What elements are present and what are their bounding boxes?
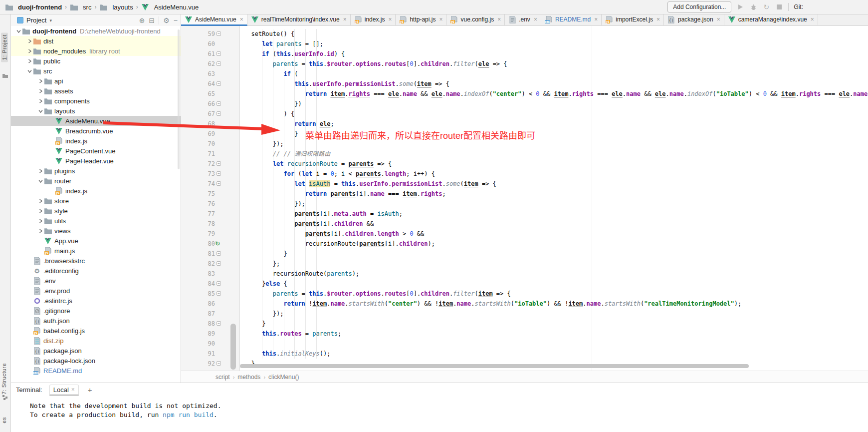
tree-item-api[interactable]: api: [11, 76, 181, 86]
tree-item-store[interactable]: store: [11, 196, 181, 206]
tree-item-assets[interactable]: assets: [11, 86, 181, 96]
tree-item-PageContent.vue[interactable]: PageContent.vue: [11, 146, 181, 156]
tree-item-style[interactable]: style: [11, 206, 181, 216]
chevron-right-icon[interactable]: [37, 207, 44, 214]
debug-icon[interactable]: [749, 3, 757, 11]
fold-marker-icon[interactable]: −: [217, 281, 221, 286]
new-terminal-icon[interactable]: +: [88, 386, 92, 394]
gutter-scrollbar-thumb[interactable]: [230, 324, 236, 370]
tree-item-dist.zip[interactable]: dist.zip: [11, 336, 181, 346]
tree-item-router[interactable]: router: [11, 176, 181, 186]
chevron-right-icon[interactable]: [37, 87, 44, 94]
chevron-right-icon[interactable]: [26, 37, 33, 44]
close-icon[interactable]: ×: [717, 16, 720, 23]
tree-item-README.md[interactable]: MDREADME.md: [11, 366, 181, 376]
fold-marker-icon[interactable]: −: [217, 261, 221, 266]
git-label[interactable]: Git:: [794, 3, 803, 10]
tree-item-layouts[interactable]: layouts: [11, 106, 181, 116]
editor-tab-package.json[interactable]: {)package.json×: [664, 14, 724, 26]
fold-marker-icon[interactable]: −: [217, 51, 221, 56]
tree-item-App.vue[interactable]: App.vue: [11, 236, 181, 246]
editor-tab-index.js[interactable]: JSindex.js×: [351, 14, 396, 26]
chevron-down-icon[interactable]: ▾: [49, 18, 52, 23]
fold-marker-icon[interactable]: −: [217, 81, 221, 86]
fold-marker-icon[interactable]: −: [217, 361, 221, 366]
close-icon[interactable]: ×: [343, 16, 347, 23]
chevron-right-icon[interactable]: [37, 167, 44, 174]
project-panel-title[interactable]: Project: [26, 16, 46, 24]
fold-marker-icon[interactable]: −: [217, 161, 221, 166]
close-icon[interactable]: ×: [439, 16, 442, 23]
fold-marker-icon[interactable]: −: [217, 251, 221, 256]
structure-icon[interactable]: [2, 395, 7, 400]
close-icon[interactable]: ×: [388, 16, 392, 23]
tree-item-AsideMenu.vue[interactable]: AsideMenu.vue: [11, 116, 181, 126]
tree-item-duoji-frontend[interactable]: duoji-frontendD:\zheheWeb\duoji-frontend: [11, 26, 181, 36]
close-icon[interactable]: ×: [811, 16, 814, 23]
gear-icon[interactable]: ⚙: [163, 16, 170, 24]
hide-panel-icon[interactable]: −: [174, 16, 178, 24]
collapse-all-icon[interactable]: ⊟: [149, 16, 155, 24]
tree-item-.gitignore[interactable]: .gitignore: [11, 306, 181, 316]
tree-item-node_modules[interactable]: node_moduleslibrary root: [11, 46, 181, 56]
project-tree-scrollbar[interactable]: [178, 29, 180, 169]
editor-tab-http-api.js[interactable]: JShttp-api.js×: [396, 14, 446, 26]
chevron-right-icon[interactable]: [37, 97, 44, 104]
horizontal-scrollbar-thumb[interactable]: [240, 364, 749, 368]
tree-item-public[interactable]: public: [11, 56, 181, 66]
editor-tab-importExcel.js[interactable]: JSimportExcel.js×: [602, 14, 664, 26]
tree-item-plugins[interactable]: plugins: [11, 166, 181, 176]
tool-window-tab-project[interactable]: 1: Project: [1, 32, 8, 62]
tree-item-package-lock.json[interactable]: {)package-lock.json: [11, 356, 181, 366]
run-icon[interactable]: [736, 3, 744, 11]
tree-item-.env[interactable]: .env: [11, 276, 181, 286]
tree-item-Breadcrumb.vue[interactable]: Breadcrumb.vue: [11, 126, 181, 136]
fold-marker-icon[interactable]: −: [217, 31, 221, 36]
code-editor[interactable]: setRoute() { let parents = []; if (this.…: [240, 26, 868, 383]
breadcrumb-item-src[interactable]: src: [70, 3, 91, 11]
chevron-down-icon[interactable]: [37, 177, 44, 184]
terminal-tab-local[interactable]: Local ×: [49, 385, 79, 396]
close-icon[interactable]: ×: [656, 16, 660, 23]
tree-item-.eslintrc.js[interactable]: .eslintrc.js: [11, 296, 181, 306]
chevron-down-icon[interactable]: [15, 27, 22, 34]
tree-item-package.json[interactable]: {)package.json: [11, 346, 181, 356]
tool-window-tab-partial[interactable]: es: [1, 417, 7, 424]
close-icon[interactable]: ×: [594, 16, 598, 23]
tree-item-.editorconfig[interactable]: ⚙.editorconfig: [11, 266, 181, 276]
fold-marker-icon[interactable]: −: [217, 171, 221, 176]
tree-item-src[interactable]: src: [11, 66, 181, 76]
chevron-right-icon[interactable]: [37, 217, 44, 224]
fold-marker-icon[interactable]: −: [217, 321, 221, 326]
chevron-right-icon[interactable]: [37, 197, 44, 204]
chevron-right-icon[interactable]: [26, 57, 33, 64]
locate-icon[interactable]: ⊕: [139, 16, 145, 24]
editor-tab-vue.config.js[interactable]: JSvue.config.js×: [446, 14, 505, 26]
stop-icon[interactable]: [775, 3, 783, 11]
tree-item-babel.config.js[interactable]: JSbabel.config.js: [11, 326, 181, 336]
close-icon[interactable]: ×: [534, 16, 537, 23]
chevron-down-icon[interactable]: [37, 107, 44, 114]
tree-item-.browserslistrc[interactable]: .browserslistrc: [11, 256, 181, 266]
breadcrumb-item-AsideMenu.vue[interactable]: AsideMenu.vue: [141, 3, 199, 11]
close-icon[interactable]: ×: [240, 16, 243, 23]
tree-item-views[interactable]: views: [11, 226, 181, 236]
fold-marker-icon[interactable]: −: [217, 111, 221, 116]
recursive-call-icon[interactable]: ↻: [214, 240, 221, 247]
close-icon[interactable]: ×: [497, 16, 501, 23]
terminal-output[interactable]: Note that the development build is not o…: [11, 397, 868, 420]
chevron-down-icon[interactable]: [26, 67, 33, 74]
tree-item-.env.prod[interactable]: .env.prod: [11, 286, 181, 296]
fold-marker-icon[interactable]: −: [217, 291, 221, 296]
editor-breadcrumb-item-script[interactable]: script: [216, 374, 230, 381]
tree-item-index.js[interactable]: JSindex.js: [11, 136, 181, 146]
tool-window-tab-structure[interactable]: 7: Structure: [1, 363, 7, 395]
tree-item-utils[interactable]: utils: [11, 216, 181, 226]
breadcrumb-item-layouts[interactable]: layouts: [99, 3, 133, 11]
editor-tab-realTimeMonitoring\index.vue[interactable]: realTimeMonitoring\index.vue×: [247, 14, 351, 26]
editor-tab-README.md[interactable]: MDREADME.md×: [541, 14, 602, 26]
tree-item-index.js[interactable]: JSindex.js: [11, 186, 181, 196]
coverage-icon[interactable]: ↻: [762, 3, 770, 11]
fold-marker-icon[interactable]: −: [217, 181, 221, 186]
editor-breadcrumb-item-methods[interactable]: methods: [237, 374, 260, 381]
